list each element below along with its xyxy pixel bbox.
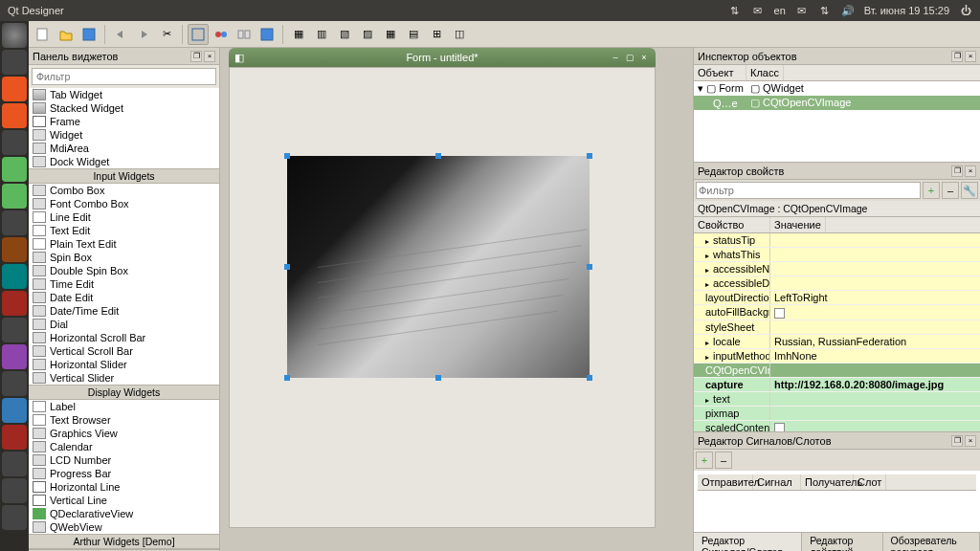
launcher-workspace[interactable] xyxy=(2,505,27,530)
resize-handle-se[interactable] xyxy=(587,375,592,381)
widget-item[interactable]: Text Edit xyxy=(29,224,219,237)
add-dynamic-prop-button[interactable]: + xyxy=(923,182,940,199)
resize-handle-w[interactable] xyxy=(284,264,290,270)
resize-handle-s[interactable] xyxy=(435,375,441,381)
launcher-filezilla[interactable] xyxy=(2,291,27,316)
widget-item[interactable]: Time Edit xyxy=(29,277,219,291)
prop-row[interactable]: autoFillBackground xyxy=(694,305,980,320)
envelope-icon[interactable]: ✉ xyxy=(795,4,809,17)
design-canvas[interactable]: ◧ Form - untitled* – ▢ × xyxy=(220,48,693,551)
widget-item[interactable]: Horizontal Slider xyxy=(29,358,219,371)
prop-value-cell[interactable] xyxy=(770,421,980,431)
resize-handle-nw[interactable] xyxy=(284,153,290,159)
widget-item[interactable]: Progress Bar xyxy=(29,467,219,480)
layout-form-button[interactable]: ▤ xyxy=(403,24,424,45)
widget-item[interactable]: Text Browser xyxy=(29,413,219,427)
widget-item[interactable]: Dial xyxy=(29,318,219,331)
widget-item[interactable]: Tab Widget xyxy=(29,88,219,101)
prop-row[interactable]: scaledContents xyxy=(694,421,980,431)
edit-taborder-button[interactable] xyxy=(256,24,278,45)
launcher-app10[interactable] xyxy=(2,478,27,503)
add-connection-button[interactable]: + xyxy=(696,452,713,469)
edit-buddies-button[interactable] xyxy=(234,24,255,45)
tab-signals[interactable]: Редактор Сигналов/Слотов xyxy=(694,533,802,551)
prop-config-button[interactable]: 🔧 xyxy=(961,182,978,199)
launcher-app1[interactable] xyxy=(2,103,27,128)
clock[interactable]: Вт. июня 19 15:29 xyxy=(864,5,949,16)
redo-button[interactable] xyxy=(133,24,154,45)
prop-row[interactable]: ▸inputMethodHintsImhNone xyxy=(694,349,980,364)
widget-item[interactable]: Widget xyxy=(29,128,219,142)
prop-value-cell[interactable] xyxy=(770,392,980,406)
widget-item[interactable]: QDeclarativeView xyxy=(29,507,219,520)
widget-filter-input[interactable] xyxy=(32,68,216,85)
prop-row[interactable]: ▸whatsThis xyxy=(694,248,980,262)
remove-prop-button[interactable]: – xyxy=(942,182,959,199)
form-maximize-button[interactable]: ▢ xyxy=(624,52,635,63)
launcher-app4[interactable] xyxy=(2,237,27,262)
widget-item[interactable]: Graphics View xyxy=(29,427,219,440)
widget-item[interactable]: Date/Time Edit xyxy=(29,304,219,318)
launcher-wiki[interactable] xyxy=(2,425,27,450)
launcher-chromium[interactable] xyxy=(2,398,27,423)
prop-row[interactable]: layoutDirectionLeftToRight xyxy=(694,291,980,305)
layout-grid-button[interactable]: ▦ xyxy=(380,24,401,45)
launcher-app9[interactable] xyxy=(2,452,27,476)
widget-item[interactable]: Vertical Scroll Bar xyxy=(29,344,219,358)
mail-icon[interactable]: ✉ xyxy=(751,4,765,17)
widget-list[interactable]: Tab Widget Stacked Widget Frame Widget M… xyxy=(29,88,219,551)
checkbox-icon[interactable] xyxy=(774,308,785,319)
prop-row[interactable]: ▸accessibleName xyxy=(694,262,980,276)
prop-row[interactable]: pixmap xyxy=(694,407,980,421)
prop-col-value[interactable]: Значение xyxy=(770,217,826,232)
widget-item[interactable]: MdiArea xyxy=(29,142,219,155)
checkbox-icon[interactable] xyxy=(774,423,785,431)
cut-button[interactable]: ✂ xyxy=(156,24,177,45)
inspector-tree[interactable]: Объект Класс ▾ ▢ Form ▢ QWidget Q…e ▢ CQ… xyxy=(694,65,980,162)
panel-close-button[interactable]: × xyxy=(204,51,215,62)
panel-float-button[interactable]: ❐ xyxy=(190,51,202,62)
prop-row[interactable]: ▸text xyxy=(694,392,980,407)
widget-item[interactable]: Spin Box xyxy=(29,251,219,264)
prop-value-cell[interactable]: LeftToRight xyxy=(770,291,980,304)
category-display-widgets[interactable]: Display Widgets xyxy=(29,385,219,400)
widget-item[interactable]: Font Combo Box xyxy=(29,197,219,210)
signal-float-button[interactable]: ❐ xyxy=(951,435,963,447)
lang-indicator[interactable]: en xyxy=(774,5,786,16)
prop-col-name[interactable]: Свойство xyxy=(694,217,770,232)
category-input-widgets[interactable]: Input Widgets xyxy=(29,168,219,184)
launcher-app5[interactable] xyxy=(2,264,27,289)
tree-row[interactable]: ▾ ▢ Form ▢ QWidget xyxy=(694,81,980,96)
remove-connection-button[interactable]: – xyxy=(715,452,732,469)
prop-value-cell[interactable]: Russian, RussianFederation xyxy=(770,335,980,348)
prop-row[interactable]: ▸localeRussian, RussianFederation xyxy=(694,335,980,349)
network-icon[interactable]: ⇅ xyxy=(818,4,832,17)
layout-h-spl-button[interactable]: ▧ xyxy=(334,24,355,45)
resize-handle-n[interactable] xyxy=(435,153,441,159)
widget-item[interactable]: Calendar xyxy=(29,440,219,453)
resize-handle-sw[interactable] xyxy=(284,375,290,381)
prop-value-cell[interactable] xyxy=(770,407,980,420)
widget-item[interactable]: Dock Widget xyxy=(29,155,219,168)
prop-value-cell[interactable] xyxy=(770,305,980,320)
launcher-files[interactable] xyxy=(2,77,27,101)
sig-col-signal[interactable]: Сигнал xyxy=(753,474,801,490)
launcher-terminal[interactable] xyxy=(2,50,27,75)
tab-resources[interactable]: Обозреватель ресурсов xyxy=(883,533,980,551)
widget-item[interactable]: Vertical Line xyxy=(29,494,219,507)
prop-value-cell[interactable] xyxy=(770,364,980,377)
sig-col-slot[interactable]: Слот xyxy=(854,474,886,490)
tab-actions[interactable]: Редактор действий xyxy=(802,533,882,551)
app-menu-title[interactable]: Qt Designer xyxy=(8,5,64,16)
col-object[interactable]: Объект xyxy=(694,65,746,80)
prop-row[interactable]: CQtOpenCVImage xyxy=(694,364,980,378)
prop-value-cell[interactable] xyxy=(770,262,980,276)
prop-row[interactable]: ▸accessibleDescrip… xyxy=(694,276,980,291)
prop-row[interactable]: capturehttp://192.168.0.20:8080/image.jp… xyxy=(694,378,980,392)
sig-col-receiver[interactable]: Получатель xyxy=(801,474,854,490)
form-titlebar[interactable]: ◧ Form - untitled* – ▢ × xyxy=(229,48,656,67)
resize-handle-e[interactable] xyxy=(587,264,592,270)
power-icon[interactable]: ⏻ xyxy=(959,4,972,17)
volume-icon[interactable]: 🔊 xyxy=(841,4,855,17)
form-minimize-button[interactable]: – xyxy=(610,52,621,63)
